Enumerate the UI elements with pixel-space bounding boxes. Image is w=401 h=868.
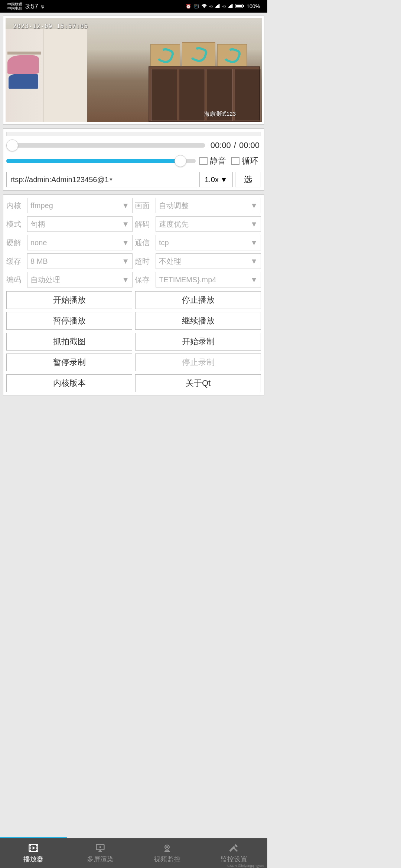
svg-rect-1: [236, 5, 242, 7]
about-qt-button[interactable]: 关于Qt: [135, 374, 261, 392]
chevron-down-icon: ▼: [109, 177, 113, 182]
label-hwdecode: 硬解: [6, 235, 25, 250]
label-encode: 编码: [6, 272, 25, 287]
chevron-down-icon: ▼: [122, 220, 129, 228]
browse-button[interactable]: 选: [235, 172, 261, 187]
select-cache[interactable]: 8 MB▼: [27, 253, 133, 269]
settings-panel: 内核 ffmpeg▼ 画面 自动调整▼ 模式 句柄▼ 解码 速度优先▼ 硬解 n…: [3, 194, 264, 395]
select-kernel[interactable]: ffmpeg▼: [27, 198, 133, 213]
label-decode: 解码: [135, 216, 153, 232]
url-input[interactable]: rtsp://admin:Admin123456@1 ▼: [6, 172, 197, 187]
time-separator: /: [232, 141, 238, 150]
usb-icon: ψ: [41, 4, 45, 9]
select-decode[interactable]: 速度优先▼: [156, 216, 261, 232]
mute-checkbox[interactable]: [199, 157, 208, 165]
kernel-version-button[interactable]: 内核版本: [6, 374, 132, 392]
chevron-down-icon: ▼: [122, 201, 129, 210]
loop-label: 循环: [242, 155, 258, 167]
chevron-down-icon: ▼: [122, 239, 129, 247]
svg-rect-2: [243, 5, 244, 7]
vibrate-icon: 📳: [193, 4, 199, 9]
record-pause-button[interactable]: 暂停录制: [6, 354, 132, 371]
signal-4g-1: 4G: [209, 5, 213, 8]
signal-icon-1: [215, 4, 220, 9]
wifi-icon: [201, 4, 207, 9]
seek-slider[interactable]: [6, 143, 205, 148]
label-mode: 模式: [6, 216, 25, 232]
record-start-button[interactable]: 开始录制: [135, 333, 261, 351]
speed-value: 1.0x: [205, 175, 219, 184]
battery-percent: 100%: [247, 3, 260, 9]
label-kernel: 内核: [6, 198, 25, 213]
label-comm: 通信: [135, 235, 153, 250]
status-bar: 中国联通 中国电信 3:57 ψ ⏰ 📳 4G 4G 100%: [0, 0, 267, 13]
play-start-button[interactable]: 开始播放: [6, 291, 132, 309]
video-timestamp: 2023-12-09 15:57:05: [13, 23, 88, 30]
play-resume-button[interactable]: 继续播放: [135, 312, 261, 330]
select-mode[interactable]: 句柄▼: [27, 216, 133, 232]
select-screen[interactable]: 自动调整▼: [156, 198, 261, 213]
label-timeout: 超时: [135, 253, 153, 269]
select-comm[interactable]: tcp▼: [156, 235, 261, 250]
carrier-2: 中国电信: [7, 6, 22, 10]
url-text: rtsp://admin:Admin123456@1: [10, 175, 109, 184]
play-stop-button[interactable]: 停止播放: [135, 291, 261, 309]
chevron-down-icon: ▼: [122, 276, 129, 284]
label-save: 保存: [135, 272, 153, 287]
video-panel: 2023-12-09 15:57:05 海康测试123: [3, 16, 264, 125]
chevron-down-icon: ▼: [220, 175, 228, 184]
carrier-1: 中国联通: [7, 2, 22, 6]
select-timeout[interactable]: 不处理▼: [156, 253, 261, 269]
screenshot-button[interactable]: 抓拍截图: [6, 333, 132, 351]
label-cache: 缓存: [6, 253, 25, 269]
volume-slider[interactable]: [6, 159, 196, 163]
video-display[interactable]: 2023-12-09 15:57:05 海康测试123: [6, 18, 262, 122]
chevron-down-icon: ▼: [250, 276, 258, 284]
battery-icon: [235, 4, 244, 9]
select-hwdecode[interactable]: none▼: [27, 235, 133, 250]
speed-select[interactable]: 1.0x ▼: [199, 172, 233, 187]
buffer-bar[interactable]: [6, 132, 261, 136]
select-encode[interactable]: 自动处理▼: [27, 272, 133, 287]
signal-4g-2: 4G: [222, 5, 226, 8]
select-save[interactable]: TETIMEMS}.mp4▼: [156, 272, 261, 287]
alarm-icon: ⏰: [186, 4, 191, 9]
video-overlay-text: 海康测试123: [204, 111, 236, 118]
time-total: 00:00: [238, 141, 261, 150]
controls-panel: 00:00 / 00:00 静音 循环 rtsp://admin:Admin12…: [3, 128, 264, 191]
chevron-down-icon: ▼: [250, 257, 258, 266]
status-time: 3:57: [25, 3, 38, 10]
chevron-down-icon: ▼: [250, 239, 258, 247]
chevron-down-icon: ▼: [122, 257, 129, 266]
time-current: 00:00: [209, 141, 232, 150]
chevron-down-icon: ▼: [250, 201, 258, 210]
chevron-down-icon: ▼: [250, 220, 258, 228]
signal-icon-2: [228, 4, 233, 9]
record-stop-button[interactable]: 停止录制: [135, 354, 261, 371]
mute-label: 静音: [210, 155, 226, 167]
play-pause-button[interactable]: 暂停播放: [6, 312, 132, 330]
label-screen: 画面: [135, 198, 153, 213]
loop-checkbox[interactable]: [231, 157, 239, 165]
